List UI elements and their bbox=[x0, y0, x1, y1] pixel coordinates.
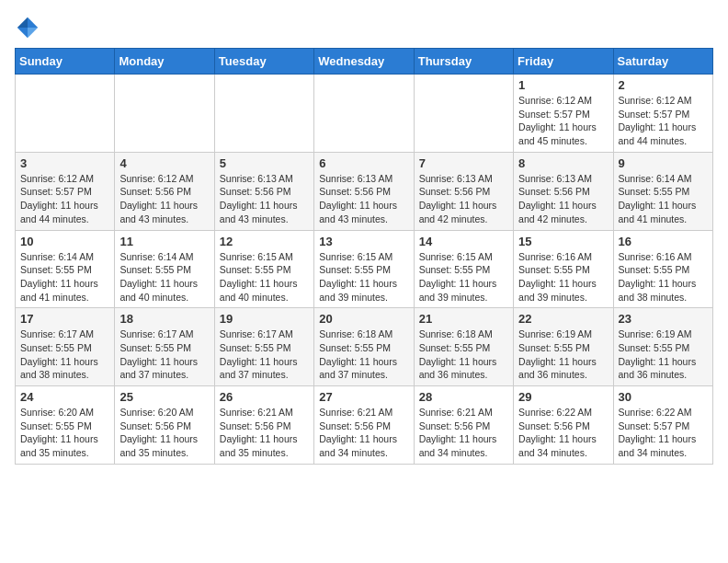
calendar-cell: 28Sunrise: 6:21 AM Sunset: 5:56 PM Dayli… bbox=[414, 386, 513, 465]
day-info: Sunrise: 6:16 AM Sunset: 5:55 PM Dayligh… bbox=[518, 250, 608, 304]
weekday-header-row: SundayMondayTuesdayWednesdayThursdayFrid… bbox=[16, 49, 713, 75]
day-info: Sunrise: 6:15 AM Sunset: 5:55 PM Dayligh… bbox=[319, 250, 408, 304]
day-info: Sunrise: 6:14 AM Sunset: 5:55 PM Dayligh… bbox=[619, 172, 708, 226]
day-info: Sunrise: 6:13 AM Sunset: 5:56 PM Dayligh… bbox=[319, 172, 408, 226]
calendar-cell: 30Sunrise: 6:22 AM Sunset: 5:57 PM Dayli… bbox=[613, 386, 712, 465]
day-info: Sunrise: 6:12 AM Sunset: 5:57 PM Dayligh… bbox=[518, 94, 608, 148]
day-number: 14 bbox=[419, 235, 508, 248]
day-info: Sunrise: 6:18 AM Sunset: 5:55 PM Dayligh… bbox=[419, 327, 508, 382]
day-info: Sunrise: 6:21 AM Sunset: 5:56 PM Dayligh… bbox=[419, 406, 508, 460]
calendar-cell: 20Sunrise: 6:18 AM Sunset: 5:55 PM Dayli… bbox=[314, 308, 414, 386]
calendar-cell bbox=[414, 75, 513, 153]
day-number: 30 bbox=[619, 390, 708, 404]
day-info: Sunrise: 6:14 AM Sunset: 5:55 PM Dayligh… bbox=[119, 250, 209, 304]
day-number: 6 bbox=[319, 156, 408, 170]
calendar-week-row: 24Sunrise: 6:20 AM Sunset: 5:55 PM Dayli… bbox=[16, 386, 713, 465]
day-info: Sunrise: 6:20 AM Sunset: 5:55 PM Dayligh… bbox=[20, 406, 109, 460]
day-info: Sunrise: 6:22 AM Sunset: 5:57 PM Dayligh… bbox=[619, 406, 708, 460]
calendar-cell: 6Sunrise: 6:13 AM Sunset: 5:56 PM Daylig… bbox=[314, 152, 414, 230]
logo-icon bbox=[15, 15, 40, 40]
day-number: 18 bbox=[119, 312, 209, 326]
calendar-week-row: 10Sunrise: 6:14 AM Sunset: 5:55 PM Dayli… bbox=[16, 230, 713, 308]
day-number: 22 bbox=[518, 312, 608, 326]
day-number: 23 bbox=[619, 312, 708, 326]
day-info: Sunrise: 6:15 AM Sunset: 5:55 PM Dayligh… bbox=[220, 250, 309, 304]
svg-marker-0 bbox=[28, 17, 38, 28]
calendar-cell: 22Sunrise: 6:19 AM Sunset: 5:55 PM Dayli… bbox=[514, 308, 613, 386]
day-info: Sunrise: 6:13 AM Sunset: 5:56 PM Dayligh… bbox=[518, 172, 608, 226]
svg-marker-2 bbox=[17, 28, 28, 38]
calendar-week-row: 3Sunrise: 6:12 AM Sunset: 5:57 PM Daylig… bbox=[16, 152, 713, 230]
day-info: Sunrise: 6:18 AM Sunset: 5:55 PM Dayligh… bbox=[319, 327, 408, 382]
day-info: Sunrise: 6:20 AM Sunset: 5:56 PM Dayligh… bbox=[119, 406, 209, 460]
weekday-header-tuesday: Tuesday bbox=[214, 49, 313, 75]
calendar-cell: 1Sunrise: 6:12 AM Sunset: 5:57 PM Daylig… bbox=[514, 75, 613, 153]
day-info: Sunrise: 6:15 AM Sunset: 5:55 PM Dayligh… bbox=[419, 250, 508, 304]
calendar-table: SundayMondayTuesdayWednesdayThursdayFrid… bbox=[15, 48, 713, 465]
day-info: Sunrise: 6:12 AM Sunset: 5:56 PM Dayligh… bbox=[119, 172, 209, 226]
day-number: 5 bbox=[220, 156, 309, 170]
day-info: Sunrise: 6:13 AM Sunset: 5:56 PM Dayligh… bbox=[419, 172, 508, 226]
calendar-cell bbox=[214, 75, 313, 153]
calendar-cell bbox=[16, 75, 115, 153]
calendar-cell: 21Sunrise: 6:18 AM Sunset: 5:55 PM Dayli… bbox=[414, 308, 513, 386]
day-number: 11 bbox=[119, 235, 209, 248]
day-number: 15 bbox=[518, 235, 608, 248]
calendar-cell: 10Sunrise: 6:14 AM Sunset: 5:55 PM Dayli… bbox=[16, 230, 115, 308]
calendar-cell: 29Sunrise: 6:22 AM Sunset: 5:56 PM Dayli… bbox=[514, 386, 613, 465]
weekday-header-friday: Friday bbox=[514, 49, 613, 75]
calendar-cell: 9Sunrise: 6:14 AM Sunset: 5:55 PM Daylig… bbox=[613, 152, 712, 230]
calendar-cell: 16Sunrise: 6:16 AM Sunset: 5:55 PM Dayli… bbox=[613, 230, 712, 308]
day-number: 29 bbox=[518, 390, 608, 404]
calendar-cell: 13Sunrise: 6:15 AM Sunset: 5:55 PM Dayli… bbox=[314, 230, 414, 308]
calendar-week-row: 1Sunrise: 6:12 AM Sunset: 5:57 PM Daylig… bbox=[16, 75, 713, 153]
calendar-cell: 25Sunrise: 6:20 AM Sunset: 5:56 PM Dayli… bbox=[115, 386, 214, 465]
weekday-header-wednesday: Wednesday bbox=[314, 49, 414, 75]
day-info: Sunrise: 6:21 AM Sunset: 5:56 PM Dayligh… bbox=[319, 406, 408, 460]
day-number: 19 bbox=[220, 312, 309, 326]
day-info: Sunrise: 6:21 AM Sunset: 5:56 PM Dayligh… bbox=[220, 406, 309, 460]
weekday-header-thursday: Thursday bbox=[414, 49, 513, 75]
day-number: 13 bbox=[319, 235, 408, 248]
day-info: Sunrise: 6:16 AM Sunset: 5:55 PM Dayligh… bbox=[619, 250, 708, 304]
svg-marker-1 bbox=[17, 17, 28, 28]
day-number: 21 bbox=[419, 312, 508, 326]
calendar-cell: 19Sunrise: 6:17 AM Sunset: 5:55 PM Dayli… bbox=[214, 308, 313, 386]
day-number: 27 bbox=[319, 390, 408, 404]
calendar-cell: 15Sunrise: 6:16 AM Sunset: 5:55 PM Dayli… bbox=[514, 230, 613, 308]
day-info: Sunrise: 6:19 AM Sunset: 5:55 PM Dayligh… bbox=[518, 327, 608, 382]
calendar-cell bbox=[115, 75, 214, 153]
calendar-cell: 27Sunrise: 6:21 AM Sunset: 5:56 PM Dayli… bbox=[314, 386, 414, 465]
day-number: 25 bbox=[119, 390, 209, 404]
calendar-cell: 2Sunrise: 6:12 AM Sunset: 5:57 PM Daylig… bbox=[613, 75, 712, 153]
calendar-week-row: 17Sunrise: 6:17 AM Sunset: 5:55 PM Dayli… bbox=[16, 308, 713, 386]
calendar-cell: 18Sunrise: 6:17 AM Sunset: 5:55 PM Dayli… bbox=[115, 308, 214, 386]
calendar-cell: 5Sunrise: 6:13 AM Sunset: 5:56 PM Daylig… bbox=[214, 152, 313, 230]
calendar-cell: 26Sunrise: 6:21 AM Sunset: 5:56 PM Dayli… bbox=[214, 386, 313, 465]
day-info: Sunrise: 6:19 AM Sunset: 5:55 PM Dayligh… bbox=[619, 327, 708, 382]
day-info: Sunrise: 6:12 AM Sunset: 5:57 PM Dayligh… bbox=[619, 94, 708, 148]
day-number: 17 bbox=[20, 312, 109, 326]
day-number: 20 bbox=[319, 312, 408, 326]
calendar-cell: 7Sunrise: 6:13 AM Sunset: 5:56 PM Daylig… bbox=[414, 152, 513, 230]
day-info: Sunrise: 6:22 AM Sunset: 5:56 PM Dayligh… bbox=[518, 406, 608, 460]
calendar-cell: 4Sunrise: 6:12 AM Sunset: 5:56 PM Daylig… bbox=[115, 152, 214, 230]
calendar-cell: 24Sunrise: 6:20 AM Sunset: 5:55 PM Dayli… bbox=[16, 386, 115, 465]
day-number: 28 bbox=[419, 390, 508, 404]
day-info: Sunrise: 6:13 AM Sunset: 5:56 PM Dayligh… bbox=[220, 172, 309, 226]
day-number: 12 bbox=[220, 235, 309, 248]
day-number: 2 bbox=[619, 78, 708, 92]
day-info: Sunrise: 6:17 AM Sunset: 5:55 PM Dayligh… bbox=[20, 327, 109, 382]
day-number: 10 bbox=[20, 235, 109, 248]
day-info: Sunrise: 6:12 AM Sunset: 5:57 PM Dayligh… bbox=[20, 172, 109, 226]
weekday-header-sunday: Sunday bbox=[16, 49, 115, 75]
day-number: 24 bbox=[20, 390, 109, 404]
calendar-cell: 8Sunrise: 6:13 AM Sunset: 5:56 PM Daylig… bbox=[514, 152, 613, 230]
calendar-cell: 12Sunrise: 6:15 AM Sunset: 5:55 PM Dayli… bbox=[214, 230, 313, 308]
calendar-cell: 11Sunrise: 6:14 AM Sunset: 5:55 PM Dayli… bbox=[115, 230, 214, 308]
day-number: 3 bbox=[20, 156, 109, 170]
calendar-cell bbox=[314, 75, 414, 153]
day-number: 7 bbox=[419, 156, 508, 170]
weekday-header-monday: Monday bbox=[115, 49, 214, 75]
day-number: 16 bbox=[619, 235, 708, 248]
